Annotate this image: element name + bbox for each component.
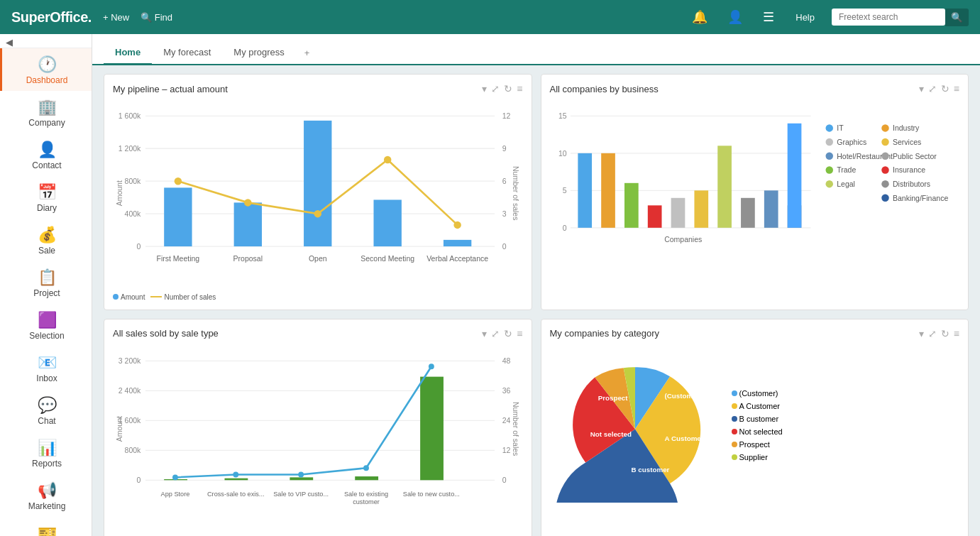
sidebar-item-company[interactable]: 🏢 Company (0, 91, 92, 133)
cc-expand-icon[interactable]: ⤢ (928, 328, 937, 339)
tab-home[interactable]: Home (104, 41, 152, 65)
sidebar-item-reports[interactable]: 📊 Reports (0, 432, 92, 474)
svg-rect-45 (694, 190, 708, 228)
tab-add-button[interactable]: + (296, 42, 319, 64)
dashboard-content: My pipeline – actual amount ▾ ⤢ ↻ ≡ 1 60… (92, 65, 980, 536)
cc-legend-supplier: Supplier (732, 453, 783, 461)
svg-point-31 (453, 221, 461, 229)
sidebar-item-inbox[interactable]: 📧 Inbox (0, 346, 92, 389)
new-button[interactable]: + New (103, 12, 129, 23)
svg-rect-47 (741, 198, 755, 228)
svg-point-30 (384, 156, 392, 164)
sales-legend-line (150, 296, 162, 297)
sidebar-item-selection[interactable]: 🟪 Selection (0, 304, 92, 346)
navbar: SuperOffice. + New 🔍 Find 🔔 👤 ☰ Help 🔍 (0, 0, 980, 34)
svg-text:0: 0 (502, 242, 507, 251)
svg-point-103 (233, 471, 238, 477)
cc-legend-b-customer: B customer (732, 415, 783, 423)
cb-refresh-icon[interactable]: ↻ (941, 83, 949, 94)
amount-legend-dot (113, 294, 119, 300)
help-link[interactable]: Help (795, 12, 815, 23)
sale-icon: 💰 (38, 226, 57, 244)
svg-text:Amount: Amount (115, 180, 123, 206)
pipeline-chart-header: My pipeline – actual amount ▾ ⤢ ↻ ≡ (113, 83, 523, 94)
cc-refresh-icon[interactable]: ↻ (941, 328, 949, 339)
svg-text:A Customer: A Customer (664, 434, 703, 442)
svg-point-64 (825, 166, 833, 174)
sidebar-collapse-button[interactable]: ◀ (0, 37, 92, 48)
cc-prospect-label: Prospect (739, 440, 770, 449)
svg-point-58 (881, 124, 889, 132)
st-expand-icon[interactable]: ⤢ (491, 328, 500, 339)
sales-type-chart-title: All sales sold by sale type (113, 328, 219, 339)
collapse-icon: ◀ (6, 37, 13, 48)
cb-menu-icon[interactable]: ≡ (954, 83, 959, 94)
cb-expand-icon[interactable]: ⤢ (928, 83, 937, 94)
sidebar-item-diary[interactable]: 📅 Diary (0, 176, 92, 219)
svg-text:800k: 800k (125, 446, 142, 454)
sidebar-item-dashboard[interactable]: 🕐 Dashboard (0, 48, 92, 91)
user-avatar[interactable]: 👤 (727, 9, 743, 25)
svg-text:Companies: Companies (664, 235, 702, 244)
svg-text:Legal: Legal (837, 180, 855, 188)
svg-rect-93 (290, 477, 313, 480)
svg-text:48: 48 (502, 356, 511, 365)
companies-category-legend: (Customer) A Customer B customer (732, 389, 783, 461)
cc-legend-prospect: Prospect (732, 440, 783, 449)
sidebar-item-contact[interactable]: 👤 Contact (0, 133, 92, 176)
cc-a-customer-label: A Customer (739, 402, 780, 410)
svg-text:15: 15 (558, 111, 566, 120)
search-input[interactable] (832, 9, 945, 26)
svg-point-62 (881, 153, 889, 160)
pipeline-refresh-icon[interactable]: ↻ (504, 83, 512, 94)
chat-icon: 💬 (38, 396, 57, 415)
svg-point-72 (881, 195, 889, 202)
sidebar-item-service[interactable]: 🎫 Service (0, 517, 92, 536)
inbox-icon: 📧 (38, 354, 57, 372)
cc-legend-not-selected: Not selected (732, 427, 783, 436)
sidebar-item-sale[interactable]: 💰 Sale (0, 219, 92, 261)
st-dropdown-icon[interactable]: ▾ (482, 328, 487, 339)
tab-forecast[interactable]: My forecast (152, 41, 222, 65)
search-button[interactable]: 🔍 (945, 9, 969, 26)
companies-business-chart-header: All companies by business ▾ ⤢ ↻ ≡ (550, 83, 960, 94)
companies-business-chart-title: All companies by business (550, 84, 659, 94)
menu-icon[interactable]: ☰ (763, 9, 774, 25)
st-menu-icon[interactable]: ≡ (517, 328, 522, 339)
sidebar-item-project[interactable]: 📋 Project (0, 261, 92, 304)
svg-point-104 (298, 471, 304, 477)
find-button[interactable]: 🔍 Find (141, 12, 172, 23)
svg-point-68 (881, 166, 889, 174)
reports-icon: 📊 (38, 439, 57, 457)
pipeline-legend-amount: Amount (113, 293, 145, 301)
companies-category-pie-svg: (Customer) A Customer B customer Not sel… (550, 348, 720, 503)
svg-rect-40 (578, 153, 592, 228)
svg-text:Proposal: Proposal (233, 254, 263, 263)
svg-rect-44 (671, 198, 685, 228)
svg-point-52 (825, 124, 833, 132)
pipeline-menu-icon[interactable]: ≡ (517, 83, 522, 94)
sidebar-item-chat[interactable]: 💬 Chat (0, 389, 92, 432)
svg-point-28 (244, 199, 252, 207)
sidebar-item-label-dashboard: Dashboard (26, 75, 68, 85)
cc-a-customer-dot (732, 403, 737, 409)
pipeline-expand-icon[interactable]: ⤢ (491, 83, 500, 94)
svg-rect-42 (624, 183, 639, 228)
st-refresh-icon[interactable]: ↻ (504, 328, 512, 339)
cb-dropdown-icon[interactable]: ▾ (919, 83, 924, 94)
cc-supplier-label: Supplier (739, 453, 768, 461)
svg-rect-41 (601, 153, 615, 228)
svg-point-106 (429, 363, 434, 369)
svg-rect-43 (647, 205, 661, 228)
tab-progress[interactable]: My progress (222, 41, 296, 65)
svg-text:IT: IT (837, 124, 844, 132)
cc-menu-icon[interactable]: ≡ (954, 328, 959, 339)
service-icon: 🎫 (38, 524, 57, 536)
svg-text:2 400k: 2 400k (119, 386, 141, 395)
sidebar-item-marketing[interactable]: 📢 Marketing (0, 474, 92, 517)
cc-dropdown-icon[interactable]: ▾ (919, 328, 924, 339)
pipeline-dropdown-icon[interactable]: ▾ (482, 83, 487, 94)
svg-text:10: 10 (558, 149, 566, 158)
contact-icon: 👤 (38, 141, 57, 159)
notification-icon[interactable]: 🔔 (692, 9, 708, 25)
